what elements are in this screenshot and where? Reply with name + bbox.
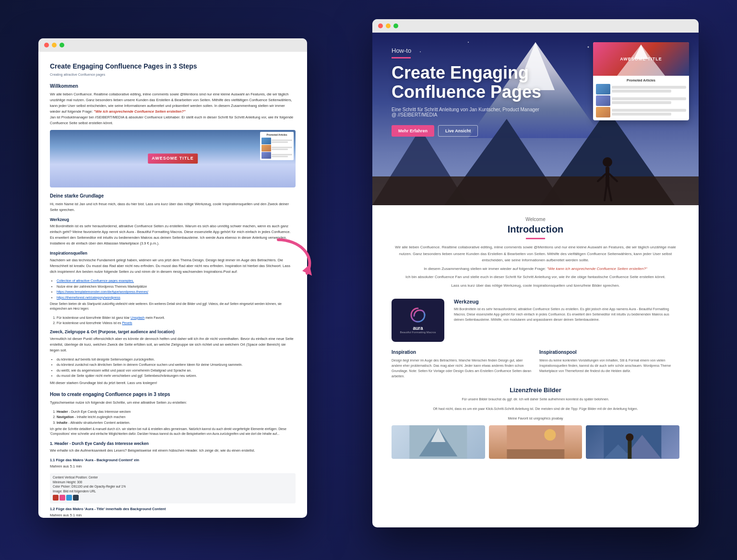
maximize-button-left[interactable]: [59, 43, 64, 47]
panel-article-text-3: [612, 109, 686, 116]
numbered-tips: Für kostenlose und lizenzfreie Bilder is…: [50, 315, 296, 326]
adv-2: du könntest zunächst nach ähnlichen Seit…: [57, 362, 296, 368]
swatch-3: [66, 495, 72, 501]
step1-heading: 1. Header - Durch Eye Candy das Interess…: [50, 441, 296, 447]
article-text-1: [272, 140, 292, 143]
minimize-button-right[interactable]: [386, 23, 391, 28]
tip-1: Für kostenlose und lizenzfreie Bilder is…: [57, 315, 296, 321]
panel-text-line-1a: [612, 86, 686, 89]
setting-1: Content Vertical Position: Center: [53, 475, 293, 480]
article-row-3: [262, 152, 292, 159]
preview-panel: Promoted Articles: [260, 132, 294, 161]
inspirationspool-title: Inspirationspool: [539, 350, 679, 355]
purpose-text: Vermutlich ist dieser Punkt offensichtli…: [50, 336, 296, 353]
intro-text-4: Lass uns kurz über das nötige Werkzeug, …: [392, 282, 679, 289]
swatch-2: [59, 495, 65, 501]
step-2: Navigation - Inhalte leicht zugänglich m…: [57, 415, 296, 420]
werkzeug-right: Werkzeug Mit Bordmitteln ist es sehr her…: [454, 299, 679, 342]
maximize-button-right[interactable]: [393, 23, 398, 28]
panel-article-text-2: [612, 97, 686, 104]
section1-text: Hi, mein Name ist Jan und ich freue mich…: [50, 201, 296, 213]
werkzeug-section: aura Beautiful Formatting Macros Werkzeu…: [372, 299, 699, 350]
article-img-3: [262, 152, 271, 159]
intro-text-2: In diesem Zusammenhang stellen wir immer…: [392, 266, 679, 272]
adv-4: du musst die Seite später nicht mehr ver…: [57, 373, 296, 379]
svg-rect-10: [372, 176, 699, 205]
mehr-erfahren-button[interactable]: Mehr Erfahren: [392, 125, 434, 137]
intro-red-bar: [526, 238, 545, 239]
step-3: Inhalte - Attraktiv strukturierten Conte…: [57, 420, 296, 426]
section1-heading: Deine starke Grundlage: [50, 192, 296, 199]
lizenz-image-row: [392, 425, 679, 459]
werkzeug-text: Mit Bordmitteln ist es sehr herausforder…: [50, 223, 296, 246]
welcome-text: Wir alle lieben Confluence. Realtime col…: [50, 92, 296, 126]
awesome-title-overlay: AWESOME TITLE: [148, 153, 198, 164]
strong-basis-text: Mit dieser starken Grundlage bist du jet…: [50, 380, 296, 386]
hero-main-title: Create EngagingConfluence Pages: [392, 63, 545, 101]
hero-subtitle: Eine Schritt für Schritt Anleitung von J…: [392, 107, 545, 117]
panel-awesome-title: AWESOME TITLE: [620, 57, 662, 61]
panel-header: AWESOME TITLE: [593, 42, 689, 76]
aura-name: aura: [413, 326, 423, 331]
lizenz-text-2: Oft hast nicht, dass es um ein paar Klic…: [392, 406, 679, 412]
swatch-4: [73, 495, 79, 501]
step1-2-heading: 1.2 Füge das Makro 'Aura - Title' innerh…: [50, 506, 296, 512]
werkzeug-title: Werkzeug: [454, 299, 679, 304]
panel-text-line-2b: [612, 101, 671, 104]
step1-1-text: Mahren aus 5.1 min: [50, 464, 296, 469]
highlight-quote: "Wie ich ansprechende Confluence Seiten …: [94, 109, 185, 114]
article-text-3: [272, 154, 292, 157]
live-ansicht-button[interactable]: Live Ansicht: [438, 125, 478, 137]
article-img-1: [262, 138, 271, 144]
minimize-button-left[interactable]: [52, 43, 57, 47]
hero-section: How-to Create EngagingConfluence Pages E…: [372, 33, 699, 205]
panel-promoted: Promoted Articles: [596, 79, 686, 82]
inspiration-col: Inspiration Design liegt immer im Auge d…: [392, 350, 532, 379]
inspirationspool-text: Wenn du keine konkreten Vorstellungen vo…: [539, 358, 679, 374]
panel-text-line-3a: [612, 109, 686, 112]
advantages-list: du könntest auf bereits toll designte Se…: [50, 357, 296, 379]
tip-2: Für kostenlose und lizenzfreie Videos is…: [57, 321, 296, 326]
settings-block: Content Vertical Position: Center Minimu…: [50, 473, 296, 503]
purpose-intro: Diese Seiten bieten dir als Startpunkt z…: [50, 302, 296, 312]
svg-point-23: [544, 429, 556, 441]
panel-article-2: [596, 95, 686, 106]
aura-icon: [409, 306, 427, 324]
panel-article-text-1: [612, 86, 686, 93]
intro-title: Introduction: [392, 224, 679, 235]
welcome-label: Welcome: [392, 217, 679, 222]
hero-panel: AWESOME TITLE Promoted Articles: [593, 42, 689, 120]
adv-3: du weißt, wie du angemessen willst und p…: [57, 368, 296, 373]
close-button-right[interactable]: [378, 23, 383, 28]
hero-red-bar: [392, 57, 411, 58]
panel-content: Promoted Articles: [593, 76, 689, 120]
article-img-2: [262, 145, 271, 152]
close-button-left[interactable]: [44, 43, 49, 47]
window-chrome-left: [38, 38, 307, 52]
welcome-section: Welcome Introduction Wir alle lieben Con…: [372, 205, 699, 299]
inspiration-col-title: Inspiration: [392, 350, 532, 355]
adv-1: du könntest auf bereits toll designte Se…: [57, 357, 296, 362]
left-page-title: Create Engaging Confluence Pages in 3 St…: [50, 61, 296, 71]
step-1: Header - Durch Eye Candy das Interesse w…: [57, 409, 296, 415]
svg-point-2: [468, 42, 469, 43]
svg-point-29: [626, 433, 634, 441]
panel-articles: [596, 84, 686, 117]
setting-3: Color Picker: D91100 und die Opacity-Reg…: [53, 484, 293, 489]
left-breadcrumb: Creating attractive Confluence pages: [50, 72, 296, 78]
hero-text-area: How-to Create EngagingConfluence Pages E…: [392, 47, 545, 137]
bullet-4: https://themeforest.net/category/wordpre…: [57, 295, 296, 301]
howto-heading: How to create engaging Confluence pages …: [50, 391, 296, 398]
intro-text-1: Wir alle lieben Confluence. Realtime col…: [392, 244, 679, 264]
svg-rect-28: [628, 440, 632, 459]
panel-article-img-2: [596, 95, 610, 106]
svg-point-12: [603, 157, 612, 167]
svg-rect-24: [507, 449, 564, 459]
steps-list: Header - Durch Eye Candy das Interesse w…: [50, 409, 296, 426]
bullet-2: Nutze eine der zahlreichen Wordpress The…: [57, 284, 296, 290]
inspiration-section: Inspiration Design liegt immer im Auge d…: [372, 350, 699, 387]
left-image-block: AWESOME TITLE Promoted Articles: [50, 130, 296, 187]
werkzeug-heading: Werkzeug: [50, 217, 296, 223]
inspirationspool-col: Inspirationspool Wenn du keine konkreten…: [539, 350, 679, 379]
svg-rect-11: [606, 167, 609, 186]
